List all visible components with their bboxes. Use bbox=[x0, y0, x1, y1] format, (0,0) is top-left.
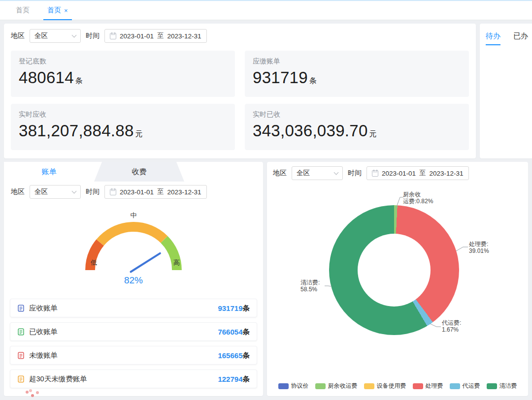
slice-label-processing: 处理费: 39.01% bbox=[469, 241, 489, 255]
region-label: 地区 bbox=[11, 31, 25, 40]
legend-item-food-waste-fee[interactable]: 厨余收运费 bbox=[315, 382, 358, 390]
date-end: 2023-12-31 bbox=[167, 32, 201, 40]
legend-item-agreement-price[interactable]: 协议价 bbox=[278, 382, 309, 390]
legend-label: 厨余收运费 bbox=[328, 382, 358, 390]
region-select[interactable]: 全区 bbox=[30, 29, 81, 43]
legend-item-equipment-fee[interactable]: 设备使用费 bbox=[364, 382, 406, 390]
bill-label: 应收账单 bbox=[29, 304, 218, 313]
stat-value: 343,036,039.70元 bbox=[253, 122, 461, 140]
list-item-receivable: 应收账单 931719 条 bbox=[10, 299, 257, 317]
bill-value: 165665 bbox=[218, 351, 242, 360]
date-start: 2023-01-01 bbox=[382, 170, 416, 177]
gauge-unit: % bbox=[134, 275, 143, 285]
stat-unit: 条 bbox=[309, 76, 317, 85]
date-separator: 至 bbox=[157, 187, 164, 196]
tab-charges[interactable]: 收费 bbox=[94, 162, 184, 182]
bill-unit: 条 bbox=[243, 351, 250, 360]
legend-swatch bbox=[450, 383, 460, 389]
stat-cards: 登记底数 480614条 应缴账单 931719条 实时应收 381,207,8… bbox=[11, 51, 469, 150]
legend-label: 代运费 bbox=[463, 382, 480, 390]
date-range-picker[interactable]: 2023-01-01 至 2023-12-31 bbox=[104, 185, 207, 199]
legend-item-transport-fee[interactable]: 代运费 bbox=[450, 382, 480, 390]
bill-unit: 条 bbox=[243, 327, 250, 337]
list-item-received: 已收账单 766054 条 bbox=[10, 322, 257, 341]
slice-label-transport: 代运费: 1.67% bbox=[442, 320, 461, 334]
stat-title: 应缴账单 bbox=[253, 57, 461, 66]
gauge-label-high: 高 bbox=[173, 258, 180, 267]
stat-number: 480614 bbox=[19, 68, 74, 87]
stat-number: 931719 bbox=[253, 68, 308, 87]
gauge-chart-area: 中 低 高 82% bbox=[4, 203, 263, 295]
bill-value: 931719 bbox=[218, 304, 242, 312]
date-start: 2023-01-01 bbox=[120, 188, 154, 196]
chevron-down-icon bbox=[72, 188, 77, 193]
slice-label-food-waste: 厨余收 运费:0.82% bbox=[403, 191, 433, 205]
overview-panel: 地区 全区 时间 2023-01-01 至 2023-12-31 登记底数 48… bbox=[4, 24, 476, 158]
nav-tab-home[interactable]: 首页 bbox=[7, 1, 38, 20]
region-select-value: 全区 bbox=[34, 187, 48, 196]
slice-label-line: 58.5% bbox=[300, 286, 320, 293]
stat-number: 381,207,884.88 bbox=[19, 122, 134, 140]
tab-bills[interactable]: 账单 bbox=[4, 162, 94, 182]
legend-item-cleaning-fee[interactable]: 清洁费 bbox=[487, 382, 517, 390]
nav-tab-home-active[interactable]: 首页 × bbox=[38, 1, 77, 20]
date-separator: 至 bbox=[157, 31, 164, 40]
stat-card-payable-bills: 应缴账单 931719条 bbox=[245, 51, 469, 97]
legend-label: 清洁费 bbox=[499, 382, 517, 390]
bill-doc-icon bbox=[17, 305, 25, 312]
legend-swatch bbox=[487, 383, 497, 389]
slice-label-cleaning: 清洁费: 58.5% bbox=[300, 279, 320, 293]
donut-chart[interactable] bbox=[329, 205, 459, 335]
tab-todo[interactable]: 待办 bbox=[486, 31, 500, 45]
gauge-label-mid: 中 bbox=[4, 211, 263, 220]
gauge-label-low: 低 bbox=[91, 258, 97, 267]
region-label: 地区 bbox=[273, 169, 287, 178]
tab-done[interactable]: 已办 bbox=[513, 31, 528, 45]
bill-panel-tabs: 账单 收费 bbox=[4, 162, 263, 182]
bill-doc-icon bbox=[17, 352, 25, 359]
chevron-down-icon bbox=[72, 32, 77, 37]
date-start: 2023-01-01 bbox=[120, 32, 154, 40]
stat-value: 931719条 bbox=[253, 68, 461, 87]
legend-label: 处理费 bbox=[426, 382, 443, 390]
date-end: 2023-12-31 bbox=[167, 188, 201, 196]
close-icon[interactable]: × bbox=[64, 7, 68, 14]
bill-label: 未缴账单 bbox=[29, 351, 218, 360]
todo-panel: 待办 已办 bbox=[480, 24, 532, 158]
region-select-value: 全区 bbox=[297, 169, 310, 178]
bill-label: 已收账单 bbox=[29, 327, 218, 337]
stat-title: 登记底数 bbox=[19, 57, 227, 66]
gauge-value: 82% bbox=[4, 275, 263, 286]
bill-value: 122794 bbox=[218, 375, 242, 383]
stat-unit: 元 bbox=[369, 129, 377, 138]
legend-label: 协议价 bbox=[291, 382, 309, 390]
legend-swatch bbox=[413, 383, 423, 389]
stat-value: 381,207,884.88元 bbox=[19, 122, 227, 140]
filter-row: 地区 全区 时间 2023-01-01 至 2023-12-31 bbox=[273, 166, 522, 181]
todo-tabs: 待办 已办 bbox=[480, 24, 532, 45]
nav-tab-bar: 首页 首页 × bbox=[0, 0, 532, 20]
stat-card-registered: 登记底数 480614条 bbox=[11, 51, 235, 97]
bill-label: 超30天未缴费账单 bbox=[29, 374, 218, 384]
stat-unit: 元 bbox=[135, 129, 143, 138]
legend-item-processing-fee[interactable]: 处理费 bbox=[413, 382, 443, 390]
date-separator: 至 bbox=[419, 169, 426, 178]
slice-label-line: 运费:0.82% bbox=[403, 198, 433, 205]
bill-value: 766054 bbox=[218, 328, 242, 336]
region-select[interactable]: 全区 bbox=[292, 166, 343, 180]
stat-unit: 条 bbox=[75, 76, 83, 85]
calendar-icon bbox=[110, 33, 116, 39]
slice-label-line: 厨余收 bbox=[403, 191, 433, 198]
date-end: 2023-12-31 bbox=[430, 170, 464, 177]
bill-doc-icon bbox=[17, 375, 25, 383]
filter-row: 地区 全区 时间 2023-01-01 至 2023-12-31 bbox=[11, 29, 469, 43]
date-range-picker[interactable]: 2023-01-01 至 2023-12-31 bbox=[366, 166, 469, 180]
calendar-icon bbox=[372, 170, 378, 177]
legend-swatch bbox=[364, 383, 374, 389]
donut-chart-area: 厨余收 运费:0.82% 处理费: 39.01% 代运费: 1.67% 清洁费:… bbox=[267, 185, 528, 377]
legend-swatch bbox=[278, 383, 289, 389]
date-range-picker[interactable]: 2023-01-01 至 2023-12-31 bbox=[104, 29, 207, 43]
region-select[interactable]: 全区 bbox=[30, 185, 81, 199]
chart-legend: 协议价 厨余收运费 设备使用费 处理费 代运费 清洁费 bbox=[267, 382, 528, 390]
bill-unit: 条 bbox=[243, 374, 250, 384]
